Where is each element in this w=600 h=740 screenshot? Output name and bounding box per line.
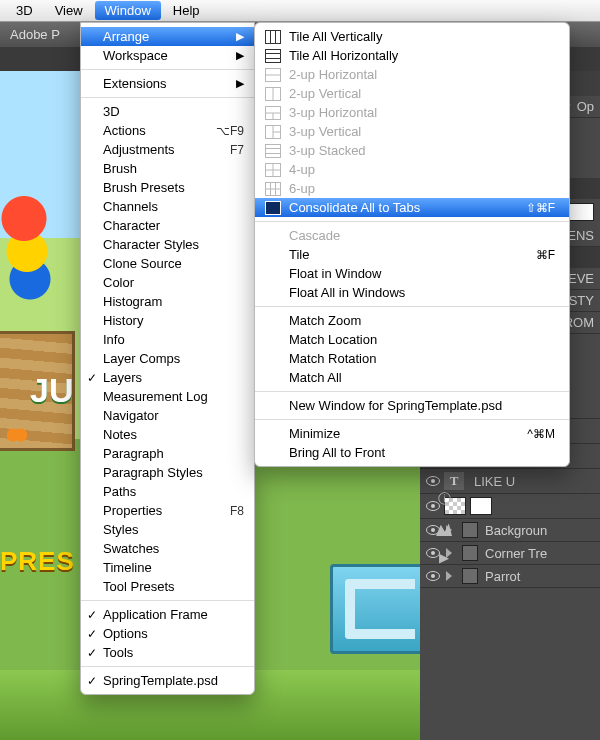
arrange-item-cascade: Cascade [255,226,569,245]
play-icon[interactable]: ▶ [439,550,449,565]
menu-item-layer-comps[interactable]: Layer Comps [81,349,254,368]
menu-3d[interactable]: 3D [6,1,43,20]
menu-item-tool-presets[interactable]: Tool Presets [81,577,254,596]
menu-item-styles[interactable]: Styles [81,520,254,539]
menu-item-label: Consolidate All to Tabs [289,200,518,215]
menu-item-springtemplate-psd[interactable]: SpringTemplate.psd [81,671,254,690]
menu-item-label: Float All in Windows [289,285,555,300]
menu-item-options[interactable]: Options [81,624,254,643]
panel-icon-strip: ⓘ ▶ [436,490,452,565]
menu-separator [81,666,254,667]
submenu-arrow-icon: ▶ [236,30,244,43]
menu-item-label: Notes [103,427,137,442]
blank-icon [265,333,281,347]
arrange-item-tile-all-vertically[interactable]: Tile All Vertically [255,27,569,46]
menu-item-color[interactable]: Color [81,273,254,292]
menu-item-application-frame[interactable]: Application Frame [81,605,254,624]
menu-item-histogram[interactable]: Histogram [81,292,254,311]
submenu-arrow-icon: ▶ [236,77,244,90]
arrange-item-match-all[interactable]: Match All [255,368,569,387]
arrange-item-new-window-for-springtemplate-psd[interactable]: New Window for SpringTemplate.psd [255,396,569,415]
menu-item-label: History [103,313,143,328]
svg-rect-16 [266,30,281,43]
svg-rect-32 [266,144,281,157]
menu-item-label: Character Styles [103,237,199,252]
menu-item-brush[interactable]: Brush [81,159,254,178]
arrange-item-3-up-vertical: 3-up Vertical [255,122,569,141]
menu-item-timeline[interactable]: Timeline [81,558,254,577]
menu-item-label: Timeline [103,560,152,575]
arrange-item-float-in-window[interactable]: Float in Window [255,264,569,283]
menu-item-workspace[interactable]: Workspace▶ [81,46,254,65]
menu-item-paths[interactable]: Paths [81,482,254,501]
menu-separator [255,306,569,307]
svg-rect-42 [266,201,281,214]
arrange-submenu[interactable]: Tile All VerticallyTile All Horizontally… [254,22,570,467]
menu-item-label: Paragraph [103,446,164,461]
menu-view[interactable]: View [45,1,93,20]
arrange-item-2-up-horizontal: 2-up Horizontal [255,65,569,84]
arrange-item-match-rotation[interactable]: Match Rotation [255,349,569,368]
menu-item-info[interactable]: Info [81,330,254,349]
menu-item-extensions[interactable]: Extensions▶ [81,74,254,93]
layer-group-row[interactable]: Parrot [420,565,600,588]
visibility-icon[interactable] [426,569,440,583]
butterfly-graphic [7,427,27,443]
menu-item-label: 4-up [289,162,555,177]
menu-item-character-styles[interactable]: Character Styles [81,235,254,254]
menu-item-tools[interactable]: Tools [81,643,254,662]
menu-item-swatches[interactable]: Swatches [81,539,254,558]
menu-item-notes[interactable]: Notes [81,425,254,444]
menu-item-label: Brush Presets [103,180,185,195]
menu-item-label: Channels [103,199,158,214]
arrange-item-consolidate-all-to-tabs[interactable]: Consolidate All to Tabs⇧⌘F [255,198,569,217]
menu-item-navigator[interactable]: Navigator [81,406,254,425]
group-label: Corner Tre [485,546,547,561]
menu-item-measurement-log[interactable]: Measurement Log [81,387,254,406]
menu-item-clone-source[interactable]: Clone Source [81,254,254,273]
menu-item-label: 6-up [289,181,555,196]
menu-item-label: Match Location [289,332,555,347]
history-icon[interactable] [436,522,452,536]
visibility-icon[interactable] [426,474,440,488]
menu-item-label: Actions [103,123,146,138]
arrange-item-match-location[interactable]: Match Location [255,330,569,349]
window-menu-dropdown[interactable]: Arrange▶Workspace▶Extensions▶3DActions⌥F… [80,22,255,695]
menu-item-history[interactable]: History [81,311,254,330]
menu-item-label: Layers [103,370,142,385]
menu-item-brush-presets[interactable]: Brush Presets [81,178,254,197]
arrange-item-2-up-vertical: 2-up Vertical [255,84,569,103]
menu-item-label: SpringTemplate.psd [103,673,218,688]
menu-item-channels[interactable]: Channels [81,197,254,216]
svg-rect-19 [266,49,281,62]
menu-item-label: 3D [103,104,120,119]
menu-item-actions[interactable]: Actions⌥F9 [81,121,254,140]
group-label: Backgroun [485,523,547,538]
menu-item-label: Tile All Vertically [289,29,555,44]
menu-item-character[interactable]: Character [81,216,254,235]
menu-item-label: Character [103,218,160,233]
arrange-item-tile[interactable]: Tile⌘F [255,245,569,264]
arrange-item-bring-all-to-front[interactable]: Bring All to Front [255,443,569,462]
menu-item-properties[interactable]: PropertiesF8 [81,501,254,520]
arrange-item-match-zoom[interactable]: Match Zoom [255,311,569,330]
menu-item-paragraph-styles[interactable]: Paragraph Styles [81,463,254,482]
info-icon[interactable]: ⓘ [438,490,451,508]
disclosure-icon[interactable] [446,571,452,581]
blank-icon [265,446,281,460]
menu-window[interactable]: Window [95,1,161,20]
menu-item-arrange[interactable]: Arrange▶ [81,27,254,46]
menu-item-label: Match Zoom [289,313,555,328]
menu-help[interactable]: Help [163,1,210,20]
menu-item-adjustments[interactable]: AdjustmentsF7 [81,140,254,159]
menu-shortcut: ^⌘M [527,427,555,441]
menu-item-layers[interactable]: Layers [81,368,254,387]
menu-shortcut: ⌥F9 [216,124,244,138]
menu-item-paragraph[interactable]: Paragraph [81,444,254,463]
arrange-item-float-all-in-windows[interactable]: Float All in Windows [255,283,569,302]
g6-icon [265,182,281,196]
arrange-item-minimize[interactable]: Minimize^⌘M [255,424,569,443]
menu-item-3d[interactable]: 3D [81,102,254,121]
arrange-item-4-up: 4-up [255,160,569,179]
arrange-item-tile-all-horizontally[interactable]: Tile All Horizontally [255,46,569,65]
